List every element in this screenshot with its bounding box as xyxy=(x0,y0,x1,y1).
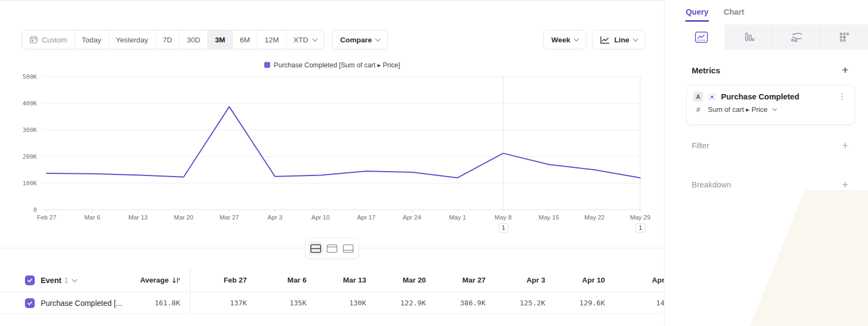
event-sparkle-icon xyxy=(708,93,716,101)
tab-query[interactable]: Query xyxy=(685,4,709,22)
range-today[interactable]: Today xyxy=(74,30,108,49)
flows-icon xyxy=(790,32,803,42)
svg-text:100K: 100K xyxy=(23,180,37,187)
metrics-section-header: Metrics + xyxy=(692,65,850,75)
value-cell: 135K xyxy=(250,299,310,307)
table-header-row: Event 1 Average xyxy=(0,268,664,292)
date-value-cells: 137K135K130K122.9K386.9K125.2K129.6K14 xyxy=(190,292,665,314)
value-cell: 122.9K xyxy=(369,299,429,307)
bar-chart-icon xyxy=(743,32,755,42)
date-column-header: Apr xyxy=(608,276,665,284)
annotation-badge[interactable]: 1 xyxy=(635,223,646,233)
svg-text:Apr 24: Apr 24 xyxy=(403,214,421,221)
add-breakdown-button[interactable]: + xyxy=(841,180,850,190)
svg-text:300K: 300K xyxy=(23,127,37,134)
date-column-header: Feb 27 xyxy=(190,276,250,284)
date-column-header: Apr 3 xyxy=(489,276,548,284)
check-icon xyxy=(27,277,33,284)
metric-card-row: A Purchase Completed ⋮ xyxy=(687,85,854,102)
metric-name: Purchase Completed xyxy=(721,92,832,101)
value-cell: 129.6K xyxy=(548,299,608,307)
svg-text:500K: 500K xyxy=(23,73,37,80)
value-cell: 130K xyxy=(310,299,369,307)
date-column-header: Mar 6 xyxy=(250,276,310,284)
sort-icon[interactable] xyxy=(172,277,180,284)
chevron-down-icon xyxy=(375,36,381,42)
date-range-control: CustomTodayYesterday7D30D3M6M12MXTD xyxy=(22,30,324,49)
breakdown-section-header: Breakdown + xyxy=(692,180,850,190)
value-cell: 125.2K xyxy=(489,299,548,307)
range-30d[interactable]: 30D xyxy=(179,30,207,49)
svg-text:May 1: May 1 xyxy=(449,214,466,221)
metric-property-label: Sum of cart ▸ Price xyxy=(708,105,768,114)
table-only-view-button[interactable] xyxy=(341,241,356,255)
svg-text:Mar 20: Mar 20 xyxy=(174,214,194,221)
range-3m[interactable]: 3M xyxy=(207,30,232,49)
retention-dots-icon xyxy=(839,32,850,42)
chevron-down-icon xyxy=(574,36,579,42)
event-header-cell: Event 1 xyxy=(0,275,126,285)
add-metric-button[interactable]: + xyxy=(841,65,850,75)
chart-type-button[interactable]: Line xyxy=(592,30,646,49)
line-chart[interactable]: 0100K200K300K400K500KFeb 27Mar 6Mar 13Ma… xyxy=(0,71,664,236)
annotation-badge[interactable]: 1 xyxy=(499,223,509,233)
svg-text:May 29: May 29 xyxy=(630,214,650,221)
svg-text:Apr 10: Apr 10 xyxy=(311,214,330,221)
range-7d[interactable]: 7D xyxy=(155,30,179,49)
metric-row-name-cell[interactable]: Purchase Completed [... xyxy=(0,298,126,308)
event-checkbox[interactable] xyxy=(25,275,35,285)
metric-options-button[interactable]: ⋮ xyxy=(837,92,848,102)
date-column-headers: Feb 27Mar 6Mar 13Mar 20Mar 27Apr 3Apr 10… xyxy=(190,268,665,292)
compare-button[interactable]: Compare xyxy=(332,30,388,49)
average-header-cell: Average xyxy=(126,276,180,284)
average-value-cell: 161.8K xyxy=(126,299,180,307)
svg-text:May 8: May 8 xyxy=(495,214,512,221)
results-table: Event 1 Average xyxy=(0,268,664,314)
svg-text:Apr 17: Apr 17 xyxy=(357,214,375,221)
series-label: Purchase Completed [Sum of cart ▸ Price] xyxy=(274,61,400,69)
toolbar-right-group: Week Line xyxy=(543,30,646,49)
granularity-button[interactable]: Week xyxy=(543,30,586,49)
add-filter-button[interactable]: + xyxy=(841,141,850,151)
table-row[interactable]: Purchase Completed [... 161.8K 137K135K1… xyxy=(0,292,664,314)
series-swatch xyxy=(264,62,270,68)
flows-chart-type-button[interactable] xyxy=(773,24,820,49)
row-checkbox[interactable] xyxy=(25,298,35,308)
insights-line-icon xyxy=(695,32,708,43)
date-column-header: Mar 20 xyxy=(369,276,429,284)
chevron-down-icon xyxy=(773,106,777,111)
view-toggle-group xyxy=(305,238,359,259)
split-view-icon xyxy=(310,244,321,253)
insights-chart-type-button[interactable] xyxy=(678,24,725,49)
chart-legend[interactable]: Purchase Completed [Sum of cart ▸ Price] xyxy=(0,61,664,69)
row-metric-name: Purchase Completed [... xyxy=(41,299,122,308)
value-cell: 14 xyxy=(608,299,665,307)
check-icon xyxy=(27,300,33,306)
chart-toolbar: CustomTodayYesterday7D30D3M6M12MXTD Comp… xyxy=(22,30,646,49)
chart-only-view-button[interactable] xyxy=(324,241,340,255)
bar-chart-type-button[interactable] xyxy=(725,24,773,49)
range-xtd[interactable]: XTD xyxy=(286,30,324,49)
range-12m[interactable]: 12M xyxy=(257,30,286,49)
line-chart-canvas: 0100K200K300K400K500KFeb 27Mar 6Mar 13Ma… xyxy=(0,71,664,228)
svg-text:200K: 200K xyxy=(23,153,37,160)
date-column-header: Mar 13 xyxy=(310,276,369,284)
svg-text:Mar 13: Mar 13 xyxy=(128,214,148,221)
tab-chart[interactable]: Chart xyxy=(723,4,745,22)
metric-card[interactable]: A Purchase Completed ⋮ # Sum of cart ▸ P… xyxy=(686,85,855,125)
range-6m[interactable]: 6M xyxy=(232,30,257,49)
retention-chart-type-button[interactable] xyxy=(820,24,868,49)
split-view-button[interactable] xyxy=(308,241,323,255)
range-custom[interactable]: Custom xyxy=(22,30,74,49)
event-selector[interactable]: Event 1 xyxy=(41,276,76,285)
range-yesterday[interactable]: Yesterday xyxy=(108,30,156,49)
date-column-header: Apr 10 xyxy=(548,276,608,284)
chevron-down-icon xyxy=(72,277,77,282)
metric-property-selector[interactable]: # Sum of cart ▸ Price xyxy=(687,102,854,114)
value-cell: 386.9K xyxy=(429,299,489,307)
top-panel-icon xyxy=(327,244,337,253)
filter-section-header: Filter + xyxy=(692,141,850,151)
chevron-down-icon xyxy=(312,36,317,42)
svg-text:Apr 3: Apr 3 xyxy=(267,214,283,221)
date-column-header: Mar 27 xyxy=(429,276,489,284)
